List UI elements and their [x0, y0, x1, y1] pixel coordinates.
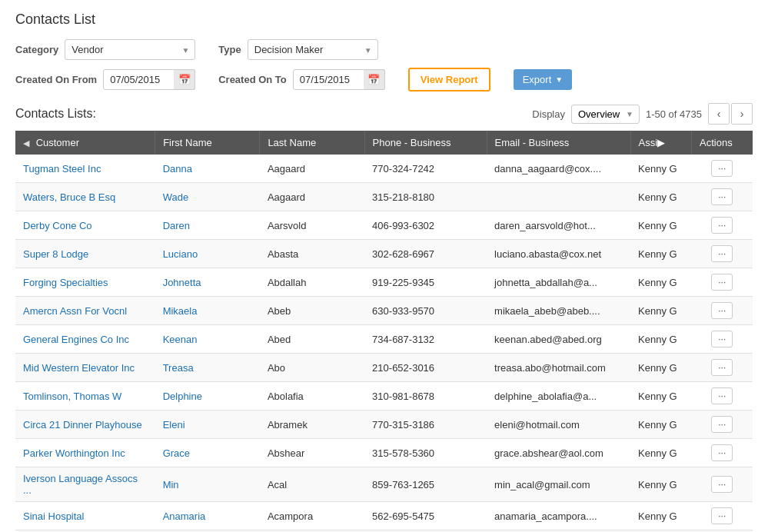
customer-cell[interactable]: General Engines Co Inc: [15, 325, 155, 354]
actions-cell: ···: [692, 354, 753, 382]
table-row: General Engines Co IncKeenanAbed734-687-…: [15, 325, 753, 354]
type-filter-group: Type Decision Maker Influencer User ▼: [218, 39, 377, 60]
actions-menu-button[interactable]: ···: [711, 331, 733, 347]
customer-sort-icon: ◀: [23, 138, 29, 148]
created-from-calendar-icon[interactable]: 📅: [174, 69, 195, 90]
display-label: Display: [532, 108, 565, 120]
firstname-cell[interactable]: Treasa: [155, 354, 260, 382]
customer-cell[interactable]: Mid Western Elevator Inc: [15, 354, 155, 382]
type-select-wrapper: Decision Maker Influencer User ▼: [248, 39, 378, 60]
email-cell: keenan.abed@abed.org: [487, 325, 630, 354]
customer-cell[interactable]: Super 8 Lodge: [15, 240, 155, 268]
view-report-button[interactable]: View Report: [408, 68, 490, 91]
customer-cell[interactable]: Amercn Assn For Vocnl: [15, 297, 155, 325]
created-to-wrapper: 📅: [293, 69, 385, 90]
customer-cell[interactable]: Tomlinson, Thomas W: [15, 382, 155, 411]
table-row: Waters, Bruce B EsqWadeAagaard315-218-81…: [15, 183, 753, 211]
actions-menu-button[interactable]: ···: [711, 188, 733, 205]
contacts-tbody: Tugman Steel IncDannaAagaard770-324-7242…: [15, 155, 753, 532]
lastname-cell: Abed: [260, 325, 364, 354]
assigned-cell: Kenny G: [630, 382, 691, 411]
actions-menu-button[interactable]: ···: [711, 160, 733, 177]
phone-cell: 562-695-5475: [364, 502, 487, 530]
firstname-cell[interactable]: Grace: [155, 439, 260, 467]
customer-cell[interactable]: Iverson Language Assocs ...: [15, 467, 155, 502]
created-to-calendar-icon[interactable]: 📅: [364, 69, 385, 90]
firstname-cell[interactable]: Johnetta: [155, 268, 260, 297]
assigned-cell: Kenny G: [630, 155, 691, 183]
actions-menu-button[interactable]: ···: [711, 476, 733, 493]
th-phone[interactable]: Phone - Business: [364, 131, 487, 155]
table-row: Sinai HospitalAnamariaAcampora562-695-54…: [15, 502, 753, 530]
customer-cell[interactable]: Forging Specialties: [15, 268, 155, 297]
th-firstname[interactable]: First Name: [155, 131, 260, 155]
actions-cell: ···: [692, 439, 753, 467]
export-label: Export: [523, 74, 552, 85]
th-assigned[interactable]: Assi▶: [630, 131, 691, 155]
table-header-row: ◀ Customer First Name Last Name Phone - …: [15, 131, 753, 155]
email-cell: treasa.abo@hotmail.com: [487, 354, 630, 382]
actions-menu-button[interactable]: ···: [711, 217, 733, 234]
actions-menu-button[interactable]: ···: [711, 444, 733, 461]
actions-menu-button[interactable]: ···: [711, 274, 733, 291]
actions-cell: ···: [692, 268, 753, 297]
assigned-cell: Kenny G: [630, 502, 691, 530]
table-row: Parker Worthington IncGraceAbshear315-57…: [15, 439, 753, 467]
assigned-cell: Kenny G: [630, 467, 691, 502]
phone-cell: 210-652-3016: [364, 354, 487, 382]
firstname-cell[interactable]: Daren: [155, 211, 260, 240]
export-button[interactable]: Export ▼: [514, 69, 572, 90]
actions-menu-button[interactable]: ···: [711, 387, 733, 404]
th-actions-label: Actions: [700, 137, 733, 148]
customer-cell[interactable]: Derby Cone Co: [15, 211, 155, 240]
th-customer-label: Customer: [36, 137, 79, 148]
contacts-list-header: Contacts Lists: Display Overview Detail …: [15, 103, 753, 125]
phone-cell: 315-218-8180: [364, 183, 487, 211]
prev-page-button[interactable]: ‹: [708, 103, 730, 125]
actions-cell: ···: [692, 467, 753, 502]
lastname-cell: Aagaard: [260, 183, 364, 211]
th-customer[interactable]: ◀ Customer: [15, 131, 155, 155]
customer-cell[interactable]: Sinai Hospital: [15, 502, 155, 530]
firstname-cell[interactable]: Keenan: [155, 325, 260, 354]
lastname-cell: Abeb: [260, 297, 364, 325]
phone-cell: 630-933-9570: [364, 297, 487, 325]
customer-cell[interactable]: Tugman Steel Inc: [15, 155, 155, 183]
th-email[interactable]: Email - Business: [487, 131, 630, 155]
lastname-cell: Abasta: [260, 240, 364, 268]
th-email-label: Email - Business: [495, 137, 570, 148]
actions-menu-button[interactable]: ···: [711, 359, 733, 376]
customer-cell[interactable]: Circa 21 Dinner Playhouse: [15, 411, 155, 439]
email-cell: eleni@hotmail.com: [487, 411, 630, 439]
customer-cell[interactable]: Parker Worthington Inc: [15, 439, 155, 467]
overview-select[interactable]: Overview Detail: [571, 105, 640, 124]
th-lastname[interactable]: Last Name: [260, 131, 364, 155]
firstname-cell[interactable]: Anamaria: [155, 502, 260, 530]
category-filter-group: Category Vendor Customer Partner ▼: [15, 39, 195, 60]
firstname-cell[interactable]: Min: [155, 467, 260, 502]
actions-menu-button[interactable]: ···: [711, 416, 733, 433]
category-select[interactable]: Vendor Customer Partner: [65, 39, 195, 60]
type-select[interactable]: Decision Maker Influencer User: [248, 39, 378, 60]
email-cell: daren_aarsvold@hot...: [487, 211, 630, 240]
actions-menu-button[interactable]: ···: [711, 507, 733, 524]
created-from-wrapper: 📅: [103, 69, 195, 90]
filter-section: Category Vendor Customer Partner ▼ Type …: [15, 39, 753, 91]
email-cell: grace.abshear@aol.com: [487, 439, 630, 467]
next-page-button[interactable]: ›: [731, 103, 753, 125]
actions-menu-button[interactable]: ···: [711, 245, 733, 262]
customer-cell[interactable]: Waters, Bruce B Esq: [15, 183, 155, 211]
assigned-cell: Kenny G: [630, 183, 691, 211]
firstname-cell[interactable]: Danna: [155, 155, 260, 183]
pagination-info: 1-50 of 4735: [646, 108, 702, 120]
firstname-cell[interactable]: Luciano: [155, 240, 260, 268]
email-cell: min_acal@gmail.com: [487, 467, 630, 502]
firstname-cell[interactable]: Mikaela: [155, 297, 260, 325]
firstname-cell[interactable]: Eleni: [155, 411, 260, 439]
actions-cell: ···: [692, 297, 753, 325]
actions-menu-button[interactable]: ···: [711, 302, 733, 319]
table-row: Iverson Language Assocs ...MinAcal859-76…: [15, 467, 753, 502]
firstname-cell[interactable]: Delphine: [155, 382, 260, 411]
assigned-cell: Kenny G: [630, 354, 691, 382]
firstname-cell[interactable]: Wade: [155, 183, 260, 211]
